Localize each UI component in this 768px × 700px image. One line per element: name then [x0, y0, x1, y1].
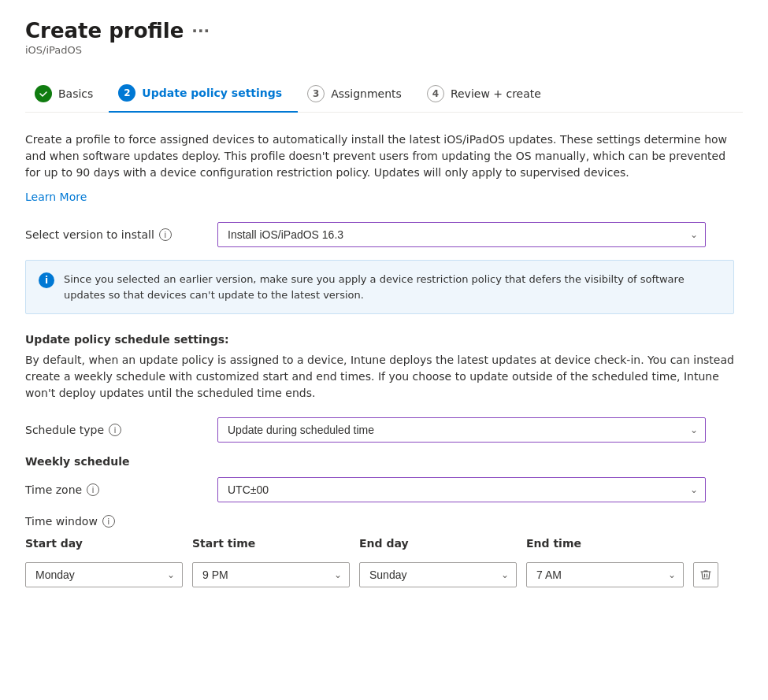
more-options-button[interactable]: ··· — [191, 21, 210, 40]
start-day-wrapper: Sunday Monday Tuesday Wednesday Thursday… — [25, 562, 183, 587]
page-header: Create profile ··· iOS/iPadOS — [25, 19, 743, 56]
step-label-assignments: Assignments — [331, 87, 402, 100]
delete-row-button[interactable] — [693, 562, 718, 587]
page-title: Create profile ··· — [25, 19, 743, 43]
start-time-wrapper: 12 AM1 AM2 AM3 AM 4 AM5 AM6 AM7 AM 8 AM9… — [192, 562, 350, 587]
time-window-info-icon[interactable]: i — [102, 515, 115, 528]
col-header-start-time: Start time — [192, 537, 350, 553]
step-label-review-create: Review + create — [451, 87, 541, 100]
title-text: Create profile — [25, 19, 184, 43]
version-info-icon[interactable]: i — [159, 228, 172, 241]
time-zone-form-row: Time zone i UTC±00 UTC+01:00 UTC-05:00 U… — [25, 477, 743, 502]
step-label-basics: Basics — [58, 87, 93, 100]
time-zone-label: Time zone i — [25, 483, 198, 496]
schedule-type-select-wrapper: Update during scheduled time Update at a… — [217, 417, 706, 443]
start-time-select[interactable]: 12 AM1 AM2 AM3 AM 4 AM5 AM6 AM7 AM 8 AM9… — [192, 562, 350, 587]
col-header-end-time: End time — [526, 537, 684, 553]
time-window-grid: Start day Start time End day End time Su… — [25, 537, 743, 587]
end-day-select[interactable]: Sunday Monday Tuesday Wednesday Thursday… — [359, 562, 517, 587]
end-time-select[interactable]: 12 AM1 AM2 AM3 AM 4 AM5 AM6 AM7 AM 8 AM9… — [526, 562, 684, 587]
wizard-steps: Basics 2 Update policy settings 3 Assign… — [25, 75, 743, 113]
schedule-type-info-icon[interactable]: i — [109, 424, 121, 436]
step-badge-basics — [35, 85, 52, 102]
learn-more-link[interactable]: Learn More — [25, 191, 87, 203]
description-text: Create a profile to force assigned devic… — [25, 131, 734, 181]
info-box: i Since you selected an earlier version,… — [25, 260, 734, 314]
version-form-row: Select version to install i Install iOS/… — [25, 222, 743, 247]
schedule-section-title: Update policy schedule settings: — [25, 333, 743, 346]
schedule-type-form-row: Schedule type i Update during scheduled … — [25, 417, 743, 443]
col-header-end-day: End day — [359, 537, 517, 553]
version-label: Select version to install i — [25, 228, 198, 241]
start-day-select[interactable]: Sunday Monday Tuesday Wednesday Thursday… — [25, 562, 183, 587]
col-header-start-day: Start day — [25, 537, 183, 553]
wizard-step-basics[interactable]: Basics — [25, 76, 109, 112]
schedule-type-select[interactable]: Update during scheduled time Update at a… — [217, 417, 706, 443]
step-badge-review-create: 4 — [427, 85, 444, 102]
end-time-wrapper: 12 AM1 AM2 AM3 AM 4 AM5 AM6 AM7 AM 8 AM9… — [526, 562, 684, 587]
info-box-icon: i — [39, 272, 54, 288]
step-badge-update-policy: 2 — [118, 84, 135, 102]
wizard-step-assignments[interactable]: 3 Assignments — [298, 76, 417, 112]
time-zone-select[interactable]: UTC±00 UTC+01:00 UTC-05:00 UTC-08:00 — [217, 477, 706, 502]
schedule-section-description: By default, when an update policy is ass… — [25, 352, 734, 402]
wizard-step-review-create[interactable]: 4 Review + create — [417, 76, 557, 112]
wizard-step-update-policy[interactable]: 2 Update policy settings — [109, 75, 298, 113]
info-box-text: Since you selected an earlier version, m… — [64, 272, 721, 302]
time-window-label: Time window i — [25, 515, 743, 528]
end-day-wrapper: Sunday Monday Tuesday Wednesday Thursday… — [359, 562, 517, 587]
trash-icon — [700, 569, 711, 580]
version-select-wrapper: Install iOS/iPadOS 16.3 Install iOS/iPad… — [217, 222, 706, 247]
step-badge-assignments: 3 — [307, 85, 325, 102]
step-label-update-policy: Update policy settings — [142, 87, 282, 99]
version-select[interactable]: Install iOS/iPadOS 16.3 Install iOS/iPad… — [217, 222, 706, 247]
time-zone-select-wrapper: UTC±00 UTC+01:00 UTC-05:00 UTC-08:00 ⌄ — [217, 477, 706, 502]
schedule-type-label: Schedule type i — [25, 424, 198, 436]
time-zone-info-icon[interactable]: i — [87, 483, 99, 496]
weekly-schedule-label: Weekly schedule — [25, 455, 743, 468]
page-subtitle: iOS/iPadOS — [25, 44, 743, 56]
